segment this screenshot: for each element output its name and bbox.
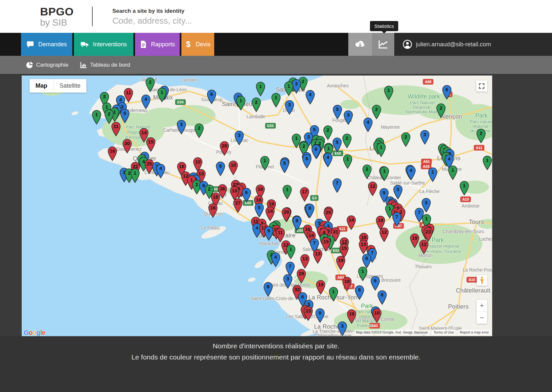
map-marker[interactable]: 18: [342, 276, 352, 292]
map-marker[interactable]: 1: [448, 165, 458, 180]
map-marker[interactable]: 1: [130, 168, 140, 183]
google-logo[interactable]: Google: [24, 329, 45, 336]
map-marker[interactable]: 2: [362, 164, 372, 179]
report-error-link[interactable]: Report a map error: [458, 330, 490, 335]
map-marker[interactable]: 5: [279, 158, 290, 173]
terms-of-use-link[interactable]: Terms of Use: [432, 330, 455, 335]
map-marker[interactable]: 12: [367, 181, 378, 196]
map-type-satellite-button[interactable]: Satellite: [53, 79, 86, 93]
map-marker[interactable]: 1: [286, 244, 296, 259]
map-marker[interactable]: 2: [145, 77, 155, 92]
map-marker[interactable]: 1: [284, 81, 294, 96]
map-marker[interactable]: 4: [155, 163, 166, 179]
map-marker[interactable]: 1: [342, 154, 353, 169]
map-marker[interactable]: 6: [370, 276, 380, 291]
map-marker[interactable]: 4: [363, 117, 373, 132]
map-marker[interactable]: 1: [376, 142, 386, 157]
map-marker[interactable]: 1: [482, 155, 492, 170]
tab-demandes[interactable]: Demandes: [21, 33, 72, 56]
download-button[interactable]: [348, 33, 372, 56]
map-marker[interactable]: 1: [328, 287, 339, 302]
map-marker[interactable]: 6: [206, 89, 217, 104]
map-marker[interactable]: 1: [271, 93, 281, 108]
map-marker[interactable]: 9: [264, 226, 274, 241]
map-marker[interactable]: 8: [305, 203, 315, 218]
map-marker[interactable]: 2: [476, 128, 486, 143]
zoom-in-button[interactable]: +: [476, 300, 487, 312]
map-marker[interactable]: 1: [282, 185, 292, 200]
map-marker[interactable]: 6: [311, 144, 321, 159]
map-marker[interactable]: 15: [146, 137, 156, 152]
map-marker[interactable]: 8: [377, 290, 387, 305]
tab-interventions[interactable]: Interventions: [74, 33, 133, 56]
map-marker[interactable]: 3: [420, 130, 430, 145]
map-marker[interactable]: 19: [315, 280, 326, 295]
map-marker[interactable]: 23: [303, 306, 313, 321]
map-marker[interactable]: 2: [401, 132, 411, 147]
map-marker[interactable]: 4: [323, 152, 333, 167]
map-marker[interactable]: 1: [427, 167, 438, 182]
map-marker[interactable]: 1: [91, 110, 102, 125]
map-marker[interactable]: 2: [436, 103, 446, 118]
map-marker[interactable]: 29: [281, 207, 291, 222]
map-marker[interactable]: 1: [255, 81, 266, 97]
map-marker[interactable]: 13: [300, 254, 310, 269]
map-marker[interactable]: 11: [111, 121, 121, 137]
tab-devis[interactable]: $ Devis: [181, 33, 214, 56]
map-marker[interactable]: 6: [442, 85, 452, 100]
pegman-control[interactable]: [477, 275, 487, 286]
fullscreen-button[interactable]: [476, 80, 487, 92]
map-marker[interactable]: 3: [284, 100, 295, 115]
map-marker[interactable]: 9: [315, 308, 325, 323]
map-marker[interactable]: 29: [296, 269, 307, 284]
map-marker[interactable]: 9: [215, 161, 226, 176]
map-marker[interactable]: 4: [141, 94, 151, 109]
map-marker[interactable]: 30: [122, 139, 132, 154]
statistics-button[interactable]: [372, 33, 394, 56]
map-type-map-button[interactable]: Map: [30, 79, 53, 93]
map-marker[interactable]: 1: [357, 266, 368, 281]
map-marker[interactable]: 12: [379, 227, 389, 242]
map-marker[interactable]: 3: [234, 130, 244, 145]
map-marker[interactable]: 8: [292, 216, 302, 231]
map-marker[interactable]: 1: [157, 87, 167, 102]
map-marker[interactable]: 8: [263, 282, 273, 297]
subnav-item-cartographie[interactable]: Cartographie: [26, 61, 68, 68]
map-marker[interactable]: 28: [219, 141, 230, 156]
map-marker[interactable]: 14: [346, 215, 356, 230]
map-marker[interactable]: 1: [236, 96, 246, 111]
map-marker[interactable]: 4: [406, 165, 416, 181]
map-marker[interactable]: 1: [379, 166, 390, 181]
map-marker[interactable]: 7: [332, 178, 342, 193]
map-marker[interactable]: 3: [337, 321, 348, 336]
map-marker[interactable]: 12: [419, 239, 429, 254]
map-marker[interactable]: 19: [335, 255, 346, 271]
map-marker[interactable]: 3: [343, 110, 354, 125]
map-marker[interactable]: 16: [107, 146, 118, 161]
map-marker[interactable]: 16: [208, 203, 218, 218]
map-marker[interactable]: 6: [302, 154, 312, 169]
tab-rapports[interactable]: Rapports: [135, 33, 180, 56]
zoom-out-button[interactable]: −: [476, 312, 487, 324]
map-marker[interactable]: 2: [251, 97, 262, 112]
map-marker[interactable]: 3: [176, 120, 187, 135]
map-marker[interactable]: 2: [342, 133, 352, 148]
map-marker[interactable]: 1: [383, 85, 394, 100]
search-input[interactable]: [112, 16, 296, 26]
map-marker[interactable]: 10: [228, 160, 239, 175]
map-marker[interactable]: 4: [305, 90, 315, 105]
map-marker[interactable]: 8: [354, 285, 365, 300]
map-marker[interactable]: 13: [312, 249, 323, 264]
map-marker[interactable]: 17: [299, 187, 310, 202]
map-marker[interactable]: 1: [459, 181, 470, 196]
map-marker[interactable]: 2: [194, 123, 204, 138]
map-marker[interactable]: 7: [392, 212, 402, 227]
map-marker[interactable]: 1: [260, 156, 270, 171]
map-marker[interactable]: 5: [254, 203, 264, 218]
map-canvas[interactable]: E50E50E50E3E60E60E60E62A11A11A81A88A87A8…: [22, 76, 492, 336]
map-marker[interactable]: 4: [270, 252, 281, 267]
map-marker[interactable]: 19: [346, 309, 357, 324]
map-marker[interactable]: 5: [332, 104, 343, 120]
map-marker[interactable]: 10: [372, 308, 382, 323]
subnav-item-tableau-de-bord[interactable]: Tableau de bord: [80, 61, 130, 68]
